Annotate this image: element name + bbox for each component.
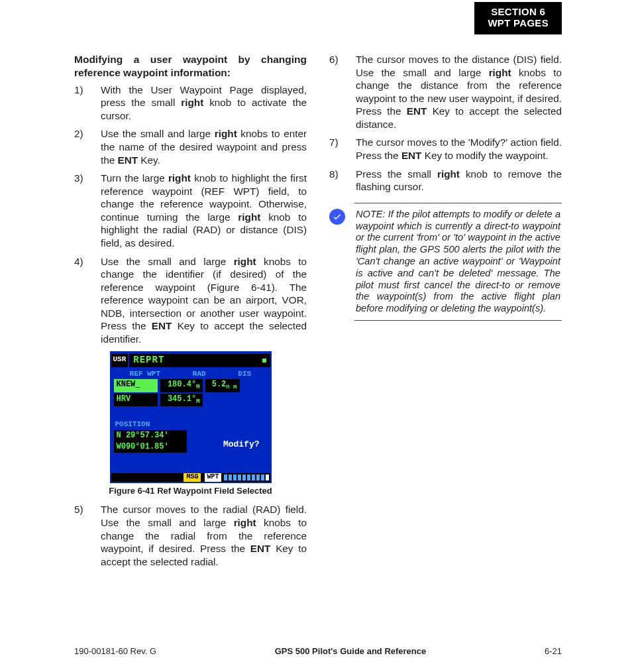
section-tab: SECTION 6 WPT PAGES	[474, 2, 562, 34]
ref-headers: REF WPT RAD DIS	[111, 367, 270, 379]
title-indicator-icon	[262, 359, 266, 363]
note-box: NOTE: If the pilot attempts to modify or…	[354, 203, 562, 321]
step-4: 4) Use the small and large right knobs t…	[74, 255, 307, 346]
step-7: 7) The cursor moves to the 'Modify?' act…	[329, 136, 562, 162]
page-footer: 190-00181-60 Rev. G GPS 500 Pilot's Guid…	[74, 646, 562, 657]
ref1-dis: 5.2n m	[205, 379, 240, 392]
page-columns: Modifying a user waypoint by changing re…	[74, 53, 562, 632]
step-2: 2) Use the small and large right knobs t…	[74, 127, 307, 166]
hdr-dis: DIS	[238, 369, 251, 378]
screen-footer: MSG WPT	[111, 473, 270, 482]
page-bars-icon	[221, 473, 270, 482]
section-tab-line1: SECTION 6	[488, 6, 549, 17]
usr-label: USR	[111, 354, 129, 367]
left-column: Modifying a user waypoint by changing re…	[74, 53, 307, 632]
procedure-heading: Modifying a user waypoint by changing re…	[74, 53, 307, 80]
right-column: 6) The cursor moves to the distance (DIS…	[329, 53, 562, 632]
left-steps-cont: 5) The cursor moves to the radial (RAD) …	[74, 503, 307, 568]
note-check-icon	[329, 209, 345, 225]
footer-title: GPS 500 Pilot's Guide and Reference	[275, 646, 427, 657]
step-6: 6) The cursor moves to the distance (DIS…	[329, 53, 562, 131]
ref2-rad: 345.1°M	[160, 394, 203, 407]
footer-page-number: 6-21	[545, 646, 562, 657]
modify-label: Modify?	[223, 439, 260, 451]
ref-row-1: KNEW_ 180.4°M 5.2n m	[111, 379, 270, 392]
section-tab-line2: WPT PAGES	[488, 17, 549, 28]
hdr-refwpt: REF WPT	[130, 369, 160, 378]
ref-row-2: HRV 345.1°M	[111, 394, 270, 407]
right-steps: 6) The cursor moves to the distance (DIS…	[329, 53, 562, 194]
footer-revision: 190-00181-60 Rev. G	[74, 646, 156, 657]
step-1: 1) With the User Waypoint Page displayed…	[74, 84, 307, 123]
figure-caption: Figure 6-41 Ref Waypoint Field Selected	[74, 486, 307, 497]
position-label: POSITION	[111, 406, 270, 429]
ref2-id: HRV	[114, 394, 158, 407]
hdr-rad: RAD	[193, 369, 206, 378]
ref1-id: KNEW_	[114, 379, 158, 392]
figure-6-41: USR REPRT REF WPT RAD DIS KNEW_ 180.4°M …	[74, 351, 307, 497]
wpt-flag: WPT	[205, 473, 221, 482]
step-5: 5) The cursor moves to the radial (RAD) …	[74, 503, 307, 568]
gps-screen: USR REPRT REF WPT RAD DIS KNEW_ 180.4°M …	[110, 351, 272, 483]
note-text: NOTE: If the pilot attempts to modify or…	[356, 209, 560, 313]
left-steps: 1) With the User Waypoint Page displayed…	[74, 84, 307, 346]
ref1-rad: 180.4°M	[160, 379, 203, 392]
step-3: 3) Turn the large right knob to highligh…	[74, 172, 307, 249]
step-8: 8) Press the small right knob to remove …	[329, 168, 562, 194]
msg-flag: MSG	[184, 473, 201, 482]
waypoint-title: REPRT	[129, 354, 270, 367]
